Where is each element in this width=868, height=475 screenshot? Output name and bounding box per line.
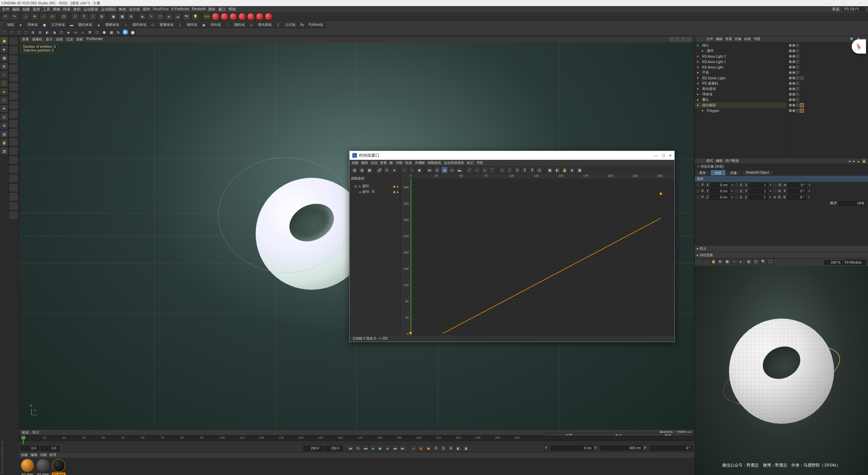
fc-tangent-spline-icon[interactable]: ∿	[481, 167, 488, 173]
tool-icon[interactable]: ⊞	[30, 29, 36, 35]
fc-mode-icon[interactable]: ▦	[366, 167, 373, 173]
fc-ripple-icon[interactable]: ◐	[554, 167, 560, 173]
tool-icon[interactable]: ✂	[73, 29, 79, 35]
keyframe-dot-icon[interactable]	[774, 190, 776, 192]
rp-nav-icon[interactable]: ▸	[739, 259, 746, 265]
freeze-expander[interactable]: ▸ 冻结变换	[695, 252, 868, 258]
render-view[interactable]: 微信公众号：野鹿志 微博：野鹿志 作者：马鹿野郎（19:04x）	[695, 266, 868, 475]
zoom-field[interactable]: 100 %	[824, 260, 842, 265]
material-tag-icon[interactable]	[800, 103, 804, 107]
tool-icon[interactable]: ◈	[65, 29, 72, 35]
prev-frame-button[interactable]: ◂	[370, 445, 376, 451]
obj-menu-view[interactable]: 查看	[725, 37, 732, 41]
autokey-button[interactable]: ◉	[418, 445, 424, 451]
fc-dot-icon[interactable]: ●	[391, 167, 398, 173]
move-tool[interactable]: ✥	[31, 13, 39, 20]
texture-mode[interactable]: ▦	[0, 54, 8, 62]
fc-key-up-icon[interactable]: ↑	[409, 167, 415, 173]
fc-frame-sel-icon[interactable]: ⊞	[441, 167, 448, 173]
visibility-toggle[interactable]: ✓	[796, 82, 799, 85]
coord-system[interactable]: ⊞	[98, 13, 106, 20]
fcurve-window[interactable]: 时间线窗口 — ☐ ✕ 创建编辑过滤查看帧功能轨迹关键帧函数曲线运动剪辑系统标记…	[349, 151, 675, 342]
fc-tangent-linear-icon[interactable]: ／	[466, 167, 473, 173]
rp-compare-icon[interactable]: ◫	[754, 259, 760, 265]
menu-plugins[interactable]: 插件	[143, 7, 150, 12]
mat-menu-func[interactable]: 功能	[40, 453, 47, 457]
formula-field-button[interactable]: 公式域	[282, 22, 298, 28]
object-tree-item[interactable]: ●细分	[695, 43, 787, 48]
fc-region-icon[interactable]: ▣	[546, 167, 553, 173]
poly-mode[interactable]: ▰	[0, 88, 8, 96]
vp-menu-prorender[interactable]: ProRender	[86, 37, 103, 42]
sphere-field-icon[interactable]: ●	[18, 22, 24, 28]
key-rot-button[interactable]: R	[448, 445, 454, 451]
material-item[interactable]: RS Mate	[20, 459, 35, 475]
model-mode[interactable]: ▣	[0, 37, 8, 45]
fc-frame-start-icon[interactable]: ⏮	[426, 167, 433, 173]
play-button[interactable]: ▶	[377, 445, 383, 451]
random-field-button[interactable]: 随机域	[231, 22, 248, 28]
attr-menu-mode[interactable]: 模式	[706, 158, 713, 163]
viewport-solo[interactable]: 👁	[0, 104, 8, 113]
locked-workplane[interactable]: 🔒	[0, 138, 8, 147]
layer-dot-icon[interactable]	[792, 44, 795, 47]
fcurve-line[interactable]	[410, 205, 661, 334]
scale-field[interactable]: 1	[749, 189, 768, 193]
maximize-button[interactable]: ☐	[837, 1, 850, 5]
menu-tools[interactable]: 工具	[43, 7, 50, 12]
layer-dot-icon[interactable]	[789, 60, 792, 63]
fc-marker-icon[interactable]: ◆	[416, 167, 423, 173]
mat-menu-edit[interactable]: 编辑	[31, 453, 37, 457]
render-view-button[interactable]: ▣	[109, 13, 117, 20]
field-group-button[interactable]: 域组	[4, 22, 17, 28]
fcurve-menu-item[interactable]: 编辑	[361, 160, 368, 165]
add-primitive[interactable]: ◆	[138, 13, 146, 20]
object-tree-item[interactable]: ●球体域	[695, 92, 787, 97]
layer-dot-icon[interactable]	[789, 66, 792, 69]
visibility-toggle[interactable]: ✓	[796, 65, 799, 69]
close-button[interactable]: ✕	[853, 1, 867, 5]
obj-menu-file[interactable]: 文件	[706, 37, 713, 41]
key-param-button[interactable]: ◐	[455, 445, 461, 451]
keyframe-dot-icon[interactable]	[735, 190, 738, 192]
rs-button-7[interactable]	[264, 13, 273, 20]
attr-tab[interactable]: Redshift Object	[742, 170, 773, 176]
track-item[interactable]: ● 旋转 . B ◆ ▸	[351, 189, 399, 194]
object-tree-item[interactable]: ●平面	[695, 70, 787, 75]
layer-dot-icon[interactable]	[792, 93, 795, 96]
visibility-toggle[interactable]: ✓	[796, 76, 799, 80]
material-item[interactable]: RS Mate	[52, 459, 66, 475]
obj-menu-object[interactable]: 对象	[735, 37, 742, 41]
modeling-tool[interactable]	[9, 147, 18, 155]
fc-frame-all-icon[interactable]: ⊡	[434, 167, 440, 173]
pos-field[interactable]: 0 cm	[711, 195, 729, 200]
nav-up-icon[interactable]: ▴	[857, 159, 859, 163]
layer-dot-icon[interactable]	[792, 77, 795, 79]
python-field-icon[interactable]: Py	[299, 22, 305, 28]
maximize-button[interactable]: ☐	[662, 154, 665, 157]
rp-history-icon[interactable]	[697, 259, 703, 265]
layer-dot-icon[interactable]	[789, 109, 792, 112]
tool-icon[interactable]: ⬚	[16, 29, 22, 35]
snap-enable[interactable]: ⊕	[0, 113, 8, 121]
fc-icon[interactable]: ▦	[576, 167, 583, 173]
goto-start-button[interactable]: ⏮	[348, 445, 354, 451]
quaternion-expander[interactable]: ▸ 四元	[695, 245, 868, 252]
scale-tool[interactable]: ⤢	[39, 13, 47, 20]
modeling-tool[interactable]	[9, 174, 18, 183]
object-mode[interactable]: ◈	[0, 45, 8, 53]
cube-field-icon[interactable]: ◼	[41, 22, 47, 28]
tag-icon[interactable]	[800, 76, 804, 80]
timeline-start[interactable]: 0 F	[20, 446, 39, 451]
layer-dot-icon[interactable]	[792, 104, 795, 107]
next-frame-button[interactable]: ▸	[385, 445, 391, 451]
fcurve-menu-item[interactable]: 帧	[390, 160, 393, 165]
layer-dot-icon[interactable]	[789, 77, 792, 79]
prev-key-button[interactable]: ◂◂	[362, 445, 369, 451]
fit-dropdown[interactable]: Fit Window	[843, 260, 866, 265]
workplane-button[interactable]: ▤	[0, 130, 8, 138]
visibility-toggle[interactable]: ✓	[796, 49, 799, 53]
menu-script[interactable]: 脚本	[208, 7, 216, 12]
pos-field[interactable]: 0 cm	[551, 446, 593, 450]
rp-ab-icon[interactable]	[704, 259, 710, 265]
